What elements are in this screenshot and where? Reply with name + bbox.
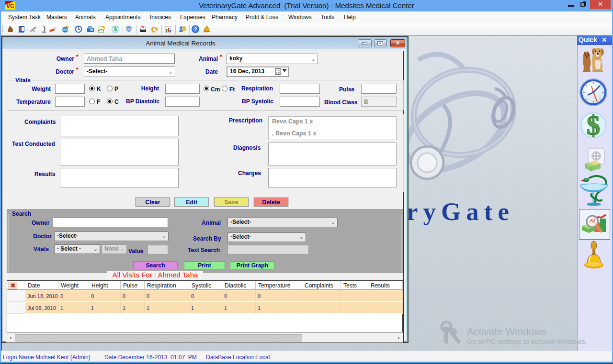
svg-text:?: ? bbox=[194, 27, 197, 32]
svg-text:$: $ bbox=[114, 26, 117, 32]
svg-text:$: $ bbox=[587, 112, 600, 139]
